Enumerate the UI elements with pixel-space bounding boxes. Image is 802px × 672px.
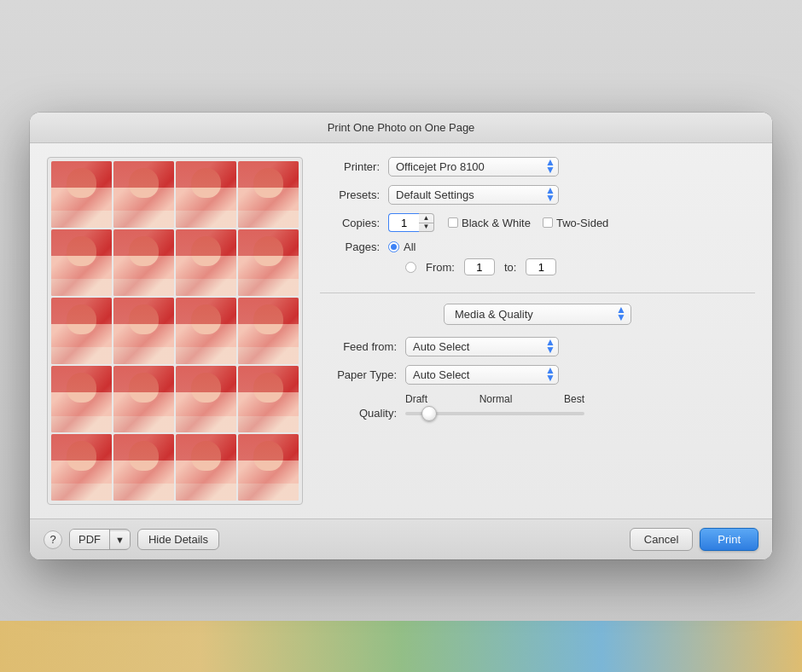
photo-cell <box>176 434 236 501</box>
pages-label: Pages: <box>320 240 380 253</box>
printer-label: Printer: <box>320 160 380 173</box>
pages-all-label: All <box>404 240 416 253</box>
pages-from-radio[interactable] <box>405 262 416 273</box>
dialog-title: Print One Photo on One Page <box>30 113 772 143</box>
from-to-row: From: to: <box>405 258 755 275</box>
black-white-option: Black & White <box>448 217 531 229</box>
dialog-footer: ? PDF ▼ Hide Details Cancel Print <box>30 518 772 559</box>
photo-cell <box>176 229 236 296</box>
photo-cell <box>113 366 174 432</box>
paper-type-label: Paper Type: <box>320 368 397 381</box>
hide-details-button[interactable]: Hide Details <box>137 529 219 550</box>
printer-row: Printer: Officejet Pro 8100 ▲▼ <box>320 157 755 177</box>
copies-input[interactable] <box>388 213 419 232</box>
photo-cell <box>51 298 112 364</box>
feed-from-select[interactable]: Auto Select <box>405 337 559 356</box>
photo-cell <box>51 161 112 228</box>
photo-cell <box>51 434 112 501</box>
pages-from-label: From: <box>426 261 455 274</box>
photo-cell <box>238 366 299 432</box>
quality-labels: Draft Normal Best <box>405 393 584 405</box>
photo-cell <box>176 161 236 228</box>
photo-cell <box>176 366 236 432</box>
photo-cell <box>238 298 299 364</box>
feed-from-row: Feed from: Auto Select ▲▼ <box>320 337 755 356</box>
copies-stepper-up[interactable]: ▲ <box>419 214 433 223</box>
quality-slider[interactable] <box>405 412 584 415</box>
section-select[interactable]: Media & Quality <box>444 304 631 325</box>
section-select-row: Media & Quality ▲▼ <box>320 304 755 325</box>
copies-input-wrapper: ▲ ▼ <box>388 213 434 232</box>
title-text: Print One Photo on One Page <box>328 121 475 134</box>
photo-cell <box>238 434 299 501</box>
dialog-body: Printer: Officejet Pro 8100 ▲▼ Presets: … <box>30 143 772 518</box>
print-button[interactable]: Print <box>700 528 758 551</box>
black-white-checkbox[interactable] <box>448 217 458 228</box>
presets-label: Presets: <box>320 188 380 201</box>
presets-select[interactable]: Default Settings <box>388 185 559 205</box>
help-button[interactable]: ? <box>44 530 62 549</box>
black-white-label: Black & White <box>462 217 531 229</box>
photo-cell <box>238 229 299 296</box>
quality-draft-label: Draft <box>405 393 427 405</box>
photo-cell <box>113 229 174 296</box>
photo-cell <box>176 298 236 364</box>
divider <box>320 293 755 293</box>
cancel-button[interactable]: Cancel <box>630 528 693 551</box>
presets-row: Presets: Default Settings ▲▼ <box>320 185 755 205</box>
quality-normal-label: Normal <box>479 393 513 405</box>
two-sided-option: Two-Sided <box>543 217 608 229</box>
pages-row: Pages: All <box>320 240 755 253</box>
photo-cell <box>113 161 174 228</box>
photo-cell <box>113 434 174 501</box>
paper-type-select[interactable]: Auto Select <box>405 365 559 385</box>
photo-cell <box>113 298 174 364</box>
photo-cell <box>51 229 112 296</box>
pages-all-option: All <box>388 240 416 253</box>
printer-select[interactable]: Officejet Pro 8100 <box>388 157 559 177</box>
two-sided-label: Two-Sided <box>556 217 608 229</box>
app-background: Print One Photo on One Page <box>0 0 802 672</box>
printer-select-wrapper: Officejet Pro 8100 ▲▼ <box>388 157 559 177</box>
photo-cell <box>51 366 112 432</box>
copies-stepper[interactable]: ▲ ▼ <box>419 213 434 232</box>
feed-from-wrapper: Auto Select ▲▼ <box>405 337 559 356</box>
copies-label: Copies: <box>320 217 380 229</box>
section-select-wrapper: Media & Quality ▲▼ <box>444 304 631 325</box>
paper-type-row: Paper Type: Auto Select ▲▼ <box>320 365 755 385</box>
paper-type-wrapper: Auto Select ▲▼ <box>405 365 559 385</box>
settings-panel: Printer: Officejet Pro 8100 ▲▼ Presets: … <box>320 157 755 505</box>
pdf-button[interactable]: PDF <box>70 530 110 549</box>
pages-all-radio[interactable] <box>388 241 399 252</box>
pdf-button-group: PDF ▼ <box>69 529 131 550</box>
pages-to-label: to: <box>504 261 516 274</box>
pages-from-input[interactable] <box>464 258 495 275</box>
quality-row: Quality: <box>320 407 755 420</box>
copies-options: Black & White Two-Sided <box>448 217 608 229</box>
two-sided-checkbox[interactable] <box>543 217 553 228</box>
print-preview <box>47 157 303 505</box>
pdf-dropdown-button[interactable]: ▼ <box>110 531 130 548</box>
presets-select-wrapper: Default Settings ▲▼ <box>388 185 559 205</box>
pages-section: Pages: All From: to: <box>320 240 755 275</box>
copies-row: Copies: ▲ ▼ Black & White <box>320 213 755 232</box>
quality-slider-label: Quality: <box>320 407 397 420</box>
print-dialog: Print One Photo on One Page <box>30 113 772 559</box>
feed-from-label: Feed from: <box>320 340 397 353</box>
background-strip <box>0 621 802 672</box>
copies-stepper-down[interactable]: ▼ <box>419 223 433 232</box>
quality-best-label: Best <box>564 393 584 405</box>
photo-cell <box>238 161 299 228</box>
pages-to-input[interactable] <box>526 258 556 275</box>
